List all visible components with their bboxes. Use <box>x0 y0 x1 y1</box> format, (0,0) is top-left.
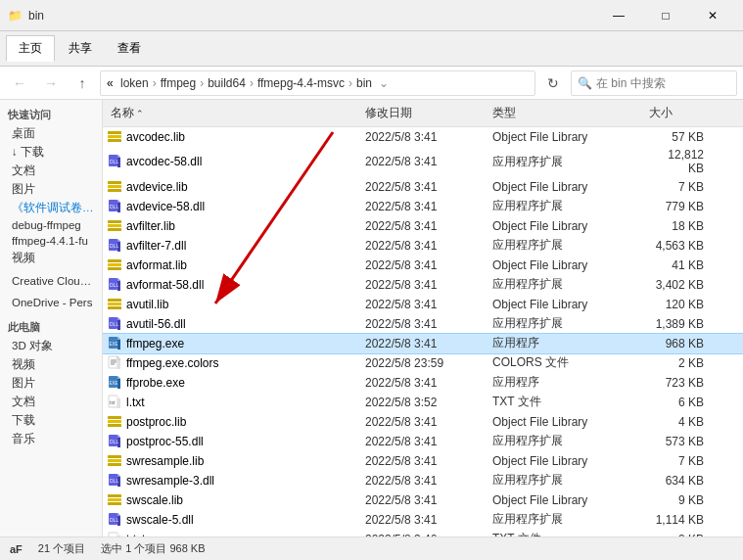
file-row[interactable]: ffmpeg.exe.colors2022/5/8 23:59COLORS 文件… <box>103 353 743 373</box>
sidebar-item-3d[interactable]: 3D 对象 <box>0 337 102 355</box>
svg-rect-2 <box>108 139 121 142</box>
file-row[interactable]: DLLpostproc-55.dll2022/5/8 3:41应用程序扩展573… <box>103 432 743 451</box>
sidebar-item-pictures[interactable]: 图片 <box>0 180 102 199</box>
sidebar-item-downloads[interactable]: ↓ 下载 <box>0 143 102 162</box>
file-row[interactable]: DLLavdevice-58.dll2022/5/8 3:41应用程序扩展779… <box>103 197 743 216</box>
file-size: 7 KB <box>641 179 720 195</box>
breadcrumb-loken[interactable]: loken <box>120 76 149 90</box>
breadcrumb-build64[interactable]: build64 <box>208 76 246 90</box>
breadcrumb-bin[interactable]: bin <box>356 76 372 90</box>
file-icon <box>107 453 122 469</box>
file-row[interactable]: DLLavformat-58.dll2022/5/8 3:41应用程序扩展3,4… <box>103 275 743 295</box>
file-row[interactable]: DLLavcodec-58.dll2022/5/8 3:41应用程序扩展12,8… <box>103 147 743 177</box>
close-button[interactable]: ✕ <box>690 0 735 31</box>
file-icon: DLL <box>107 154 122 169</box>
svg-rect-55 <box>108 424 121 427</box>
file-row[interactable]: swresample.lib2022/5/8 3:41Object File L… <box>103 451 743 471</box>
file-name-cell: EXEffprobe.exe <box>103 374 357 392</box>
file-name: avcodec-58.dll <box>126 155 202 168</box>
sidebar-af-label: aF <box>10 543 23 555</box>
file-name-cell: DLLpostproc-55.dll <box>103 433 357 450</box>
file-row[interactable]: txtl.txt2022/5/8 3:52TXT 文件6 KB <box>103 393 743 412</box>
file-name: avdevice.lib <box>126 180 188 194</box>
file-date: 2022/5/8 3:41 <box>357 179 485 195</box>
col-name[interactable]: 名称 ⌃ <box>103 102 357 124</box>
svg-text:txt: txt <box>110 537 116 537</box>
back-button[interactable]: ← <box>6 70 33 96</box>
file-row[interactable]: avdevice.lib2022/5/8 3:41Object File Lib… <box>103 177 743 197</box>
file-size: 779 KB <box>641 199 720 214</box>
file-row[interactable]: EXEffmpeg.exe2022/5/8 3:41应用程序968 KB <box>103 334 743 353</box>
file-name: swresample.lib <box>126 454 204 468</box>
file-size: 12,812 KB <box>641 147 720 176</box>
breadcrumb[interactable]: « loken › ffmpeg › build64 › ffmepg-4.4-… <box>100 70 535 96</box>
up-button[interactable]: ↑ <box>69 70 96 96</box>
file-icon <box>107 492 122 508</box>
sidebar-item-desktop[interactable]: 桌面 <box>0 124 102 143</box>
sidebar-item-creativecloud[interactable]: Creative Cloud F <box>0 273 102 289</box>
file-date: 2022/5/8 3:41 <box>357 199 485 214</box>
file-name: ffmpeg.exe.colors <box>126 356 219 370</box>
refresh-button[interactable]: ↻ <box>539 70 567 96</box>
col-size[interactable]: 大小 <box>641 102 720 124</box>
file-row[interactable]: swscale.lib2022/5/8 3:41Object File Libr… <box>103 490 743 510</box>
file-row[interactable]: postproc.lib2022/5/8 3:41Object File Lib… <box>103 412 743 432</box>
search-input[interactable] <box>596 76 743 90</box>
file-row[interactable]: avutil.lib2022/5/8 3:41Object File Libra… <box>103 295 743 314</box>
file-name: avformat-58.dll <box>126 278 204 292</box>
breadcrumb-ffmepg[interactable]: ffmepg-4.4-msvc <box>257 76 345 90</box>
file-name-cell: avdevice.lib <box>103 178 357 196</box>
file-row[interactable]: DLLavutil-56.dll2022/5/8 3:41应用程序扩展1,389… <box>103 314 743 334</box>
sidebar-item-videos2[interactable]: 视频 <box>0 355 102 374</box>
svg-text:EXE: EXE <box>110 381 118 386</box>
file-row[interactable]: DLLswresample-3.dll2022/5/8 3:41应用程序扩展63… <box>103 471 743 490</box>
sidebar-item-documents2[interactable]: 文档 <box>0 393 102 411</box>
svg-rect-7 <box>108 181 121 184</box>
breadcrumb-ffmpeg[interactable]: ffmpeg <box>161 76 196 90</box>
file-row[interactable]: txtt.txt2022/5/8 3:46TXT 文件0 KB <box>103 530 743 537</box>
file-date: 2022/5/8 3:41 <box>357 473 485 489</box>
file-name-cell: ffmpeg.exe.colors <box>103 354 357 372</box>
tab-home[interactable]: 主页 <box>6 35 55 62</box>
sidebar-item-onedrive[interactable]: OneDrive - Pers <box>0 295 102 310</box>
sidebar-item-downloads2[interactable]: 下载 <box>0 411 102 430</box>
file-type: Object File Library <box>485 453 641 469</box>
tab-share[interactable]: 共享 <box>57 36 104 61</box>
file-type: Object File Library <box>485 414 641 430</box>
file-name-cell: swscale.lib <box>103 491 357 509</box>
forward-button[interactable]: → <box>37 70 65 96</box>
file-icon: DLL <box>107 238 122 254</box>
file-row[interactable]: avfilter.lib2022/5/8 3:41Object File Lib… <box>103 216 743 236</box>
sidebar-item-videos[interactable]: 视频 <box>0 249 102 267</box>
file-type: COLORS 文件 <box>485 353 641 372</box>
file-row[interactable]: EXEffprobe.exe2022/5/8 3:41应用程序723 KB <box>103 373 743 393</box>
sidebar-item-debug-ffmpeg[interactable]: debug-ffmpeg <box>0 217 102 233</box>
minimize-button[interactable]: — <box>596 0 641 31</box>
sidebar-item-softdebug[interactable]: 《软件调试卷二》 <box>0 199 102 217</box>
file-type: 应用程序 <box>485 373 641 392</box>
col-date[interactable]: 修改日期 <box>357 102 485 124</box>
file-row[interactable]: avformat.lib2022/5/8 3:41Object File Lib… <box>103 256 743 275</box>
file-name: avfilter.lib <box>126 219 175 233</box>
file-row[interactable]: DLLswscale-5.dll2022/5/8 3:41应用程序扩展1,114… <box>103 510 743 530</box>
svg-rect-0 <box>108 131 121 134</box>
file-date: 2022/5/8 3:41 <box>357 257 485 273</box>
sidebar-item-documents[interactable]: 文档 <box>0 162 102 180</box>
file-name: avcodec.lib <box>126 130 185 144</box>
file-name: avutil-56.dll <box>126 317 186 331</box>
file-name-cell: EXEffmpeg.exe <box>103 335 357 352</box>
col-type[interactable]: 类型 <box>485 102 641 124</box>
sidebar-item-music[interactable]: 音乐 <box>0 430 102 448</box>
file-name-cell: DLLavcodec-58.dll <box>103 153 357 170</box>
file-name-cell: DLLavutil-56.dll <box>103 315 357 333</box>
file-size: 1,114 KB <box>641 512 720 528</box>
file-row[interactable]: avcodec.lib2022/5/8 3:41Object File Libr… <box>103 127 743 147</box>
maximize-button[interactable]: □ <box>643 0 688 31</box>
file-icon: DLL <box>107 277 122 293</box>
sidebar-item-pictures2[interactable]: 图片 <box>0 374 102 393</box>
file-row[interactable]: DLLavfilter-7.dll2022/5/8 3:41应用程序扩展4,56… <box>103 236 743 256</box>
tab-view[interactable]: 查看 <box>106 36 153 61</box>
file-size: 3,402 KB <box>641 277 720 293</box>
file-name: avformat.lib <box>126 258 187 272</box>
sidebar-item-ffmpeg441[interactable]: ffmpeg-4.4.1-fu <box>0 233 102 249</box>
